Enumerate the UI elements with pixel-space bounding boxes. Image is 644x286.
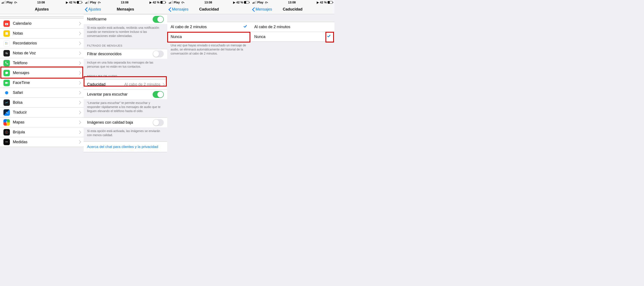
settings-row-safari[interactable]: Safari	[0, 88, 84, 97]
location-icon	[148, 1, 152, 4]
back-button[interactable]: Mensajes	[252, 5, 272, 14]
chevron-left-icon	[85, 7, 88, 12]
toggle-notificarme[interactable]	[153, 16, 164, 23]
chevron-right-icon	[78, 91, 80, 94]
row-label: Filtrar desconocidos	[87, 52, 153, 56]
option-nunca[interactable]: Nunca	[251, 32, 334, 42]
chevron-right-icon	[78, 61, 80, 65]
translate-icon: A文	[4, 109, 10, 116]
row-notificarme[interactable]: Notificarme	[84, 14, 167, 24]
svg-point-10	[6, 44, 6, 44]
signal-bars-icon	[252, 1, 256, 4]
row-label: FaceTime	[13, 81, 78, 85]
pane-caducidad-after: Play 13:08 42 % Mensajes Caducidad Al ca…	[251, 0, 334, 286]
chevron-right-icon	[78, 140, 80, 144]
battery-icon	[77, 1, 82, 4]
row-label: Imágenes con calidad baja	[87, 120, 153, 125]
chevron-right-icon	[78, 71, 80, 75]
location-icon	[316, 1, 319, 4]
footer-levantar: “Levantar para escuchar” te permite escu…	[84, 99, 167, 114]
chevron-right-icon	[78, 121, 80, 124]
page-title: Caducidad	[199, 7, 219, 12]
chevron-right-icon	[162, 83, 164, 86]
settings-row-facetime[interactable]: FaceTime	[0, 78, 84, 88]
compass-icon	[4, 129, 10, 135]
footer-filtrar: Incluye en una lista separada los mensaj…	[84, 59, 167, 70]
battery-percent: 42 %	[153, 1, 160, 4]
voice-memos-icon	[4, 50, 10, 56]
notes-icon	[4, 30, 10, 37]
clipped-previous-row	[0, 14, 84, 16]
wifi-icon	[97, 1, 100, 4]
back-button[interactable]: Mensajes	[168, 5, 188, 14]
status-time: 13:08	[204, 1, 212, 4]
back-button[interactable]: Ajustes	[85, 5, 101, 14]
svg-rect-4	[5, 32, 8, 35]
navbar: Mensajes Caducidad	[167, 5, 251, 14]
row-label: Teléfono	[13, 61, 78, 65]
signal-bars-icon	[85, 1, 89, 4]
chevron-right-icon	[78, 81, 80, 85]
settings-row-medidas[interactable]: Medidas	[0, 137, 84, 147]
toggle-levantar[interactable]	[153, 91, 164, 98]
row-imagenes-baja[interactable]: Imágenes con calidad baja	[84, 117, 167, 127]
settings-row-traducir[interactable]: A文 Traducir	[0, 107, 84, 117]
settings-row-recordatorios[interactable]: Recordatorios	[0, 38, 84, 48]
carrier-label: Play	[90, 1, 96, 4]
row-detail: Al cabo de 2 minutos	[124, 82, 160, 87]
page-title: Caducidad	[283, 7, 302, 12]
toggle-imagenes-baja[interactable]	[153, 119, 164, 126]
chevron-right-icon	[78, 32, 80, 35]
row-label: Recordatorios	[13, 41, 78, 46]
wifi-icon	[264, 1, 268, 4]
settings-row-voz[interactable]: Notas de Voz	[0, 48, 84, 58]
option-nunca[interactable]: Nunca	[167, 32, 251, 42]
back-label: Mensajes	[256, 7, 272, 12]
check-icon	[327, 35, 331, 39]
row-label: Bolsa	[13, 100, 78, 105]
svg-text:文: 文	[7, 112, 8, 114]
option-label: Al cabo de 2 minutos	[254, 25, 331, 29]
settings-row-bolsa[interactable]: Bolsa	[0, 97, 84, 107]
chevron-right-icon	[78, 101, 80, 104]
chevron-left-icon	[168, 7, 171, 12]
svg-point-8	[6, 42, 6, 43]
about-privacy-link[interactable]: Acerca del chat para clientes y la priva…	[84, 141, 167, 152]
navbar: Ajustes	[0, 5, 84, 14]
option-2min[interactable]: Al cabo de 2 minutos	[251, 22, 334, 32]
row-caducidad[interactable]: Caducidad Al cabo de 2 minutos	[84, 79, 167, 89]
header-audio: MENSAJES DE AUDIO	[84, 70, 167, 79]
svg-marker-22	[6, 131, 7, 133]
battery-icon	[328, 1, 333, 4]
settings-row-mapas[interactable]: Mapas	[0, 117, 84, 127]
chevron-right-icon	[78, 52, 80, 55]
option-label: Al cabo de 2 minutos	[171, 25, 243, 29]
reminders-icon	[4, 40, 10, 47]
calendar-icon: 1	[4, 20, 10, 27]
settings-row-telefono[interactable]: Teléfono	[0, 58, 84, 68]
row-filtrar-desconocidos[interactable]: Filtrar desconocidos	[84, 49, 167, 59]
settings-row-notas[interactable]: Notas	[0, 28, 84, 38]
messages-icon	[4, 70, 10, 76]
toggle-filtrar[interactable]	[153, 50, 164, 57]
settings-row-calendario[interactable]: 1 Calendario	[0, 19, 84, 28]
pane-settings-root: Play 13:08 42 % Ajustes 1 Calendario	[0, 0, 84, 286]
status-bar: Play 13:08 42 %	[0, 0, 84, 5]
navbar: Ajustes Mensajes	[84, 5, 167, 14]
maps-icon	[4, 119, 10, 126]
svg-point-9	[6, 43, 6, 44]
svg-text:1: 1	[6, 23, 7, 25]
phone-icon	[4, 60, 10, 66]
pane-messages-settings: Play 13:08 42 % Ajustes Mensajes Notific…	[84, 0, 167, 286]
option-label: Nunca	[171, 35, 248, 39]
option-label: Nunca	[254, 35, 327, 39]
signal-bars-icon	[169, 1, 173, 4]
settings-row-mensajes[interactable]: Mensajes	[0, 68, 84, 78]
option-2min[interactable]: Al cabo de 2 minutos	[167, 22, 251, 32]
status-time: 13:08	[288, 1, 296, 4]
battery-icon	[244, 1, 249, 4]
chevron-right-icon	[78, 42, 80, 45]
settings-row-brujula[interactable]: Brújula	[0, 127, 84, 137]
footer-imagenes-baja: Si esta opción está activada, las imágen…	[84, 127, 167, 138]
row-levantar-escuchar[interactable]: Levantar para escuchar	[84, 89, 167, 99]
